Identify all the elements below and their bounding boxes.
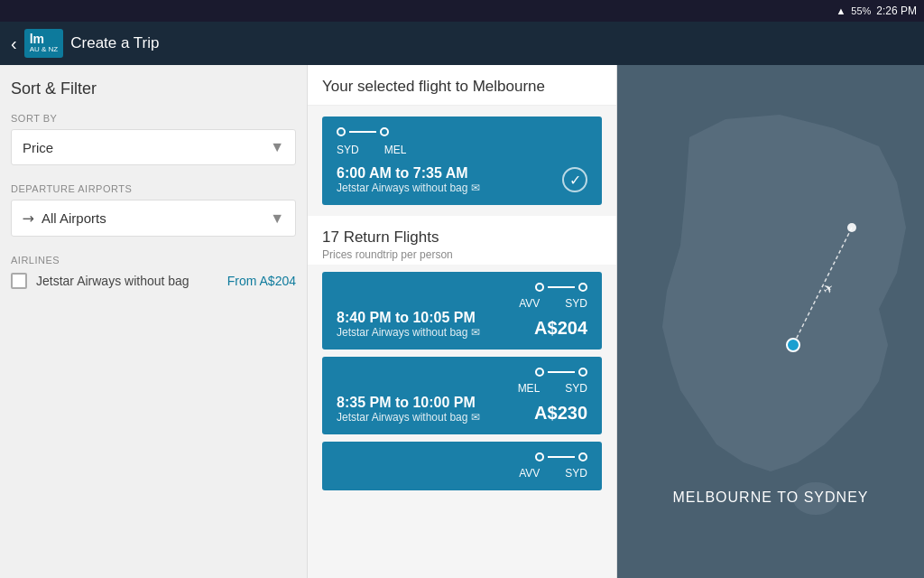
wifi-icon: ▲ bbox=[836, 5, 845, 16]
airports-value: All Airports bbox=[42, 210, 106, 226]
svg-point-3 bbox=[787, 339, 799, 351]
sort-by-value: Price bbox=[23, 140, 53, 155]
dropdown-left: ↗ All Airports bbox=[23, 210, 106, 227]
sort-by-label: SORT BY bbox=[11, 113, 296, 124]
route-codes-3: AVV SYD bbox=[337, 467, 587, 480]
flight-card-2[interactable]: MEL SYD 8:35 PM to 10:00 PM Jetstar Airw… bbox=[322, 357, 602, 434]
to-code-2: SYD bbox=[565, 382, 587, 395]
map-to-preposition: TO bbox=[777, 489, 803, 505]
route-dot-left-1 bbox=[535, 283, 544, 292]
sort-by-chevron-icon: ▼ bbox=[270, 139, 284, 155]
flight-price-1: A$204 bbox=[534, 318, 587, 339]
flight-card-3[interactable]: AVV SYD bbox=[322, 442, 602, 490]
main-layout: Sort & Filter SORT BY Price ▼ DEPARTURE … bbox=[0, 65, 924, 578]
app-logo: lm AU & NZ bbox=[24, 29, 64, 58]
route-line bbox=[349, 131, 376, 133]
map-from-city: MELBOURNE bbox=[673, 489, 772, 505]
selected-flight-title: Your selected flight to Melbourne bbox=[322, 78, 602, 96]
route-codes-2: MEL SYD bbox=[337, 382, 587, 395]
battery-icon: 55% bbox=[851, 5, 871, 16]
from-code-1: AVV bbox=[519, 297, 540, 310]
flight-airline-2: Jetstar Airways without bag ✉ bbox=[337, 411, 480, 424]
airports-chevron-icon: ▼ bbox=[270, 210, 284, 227]
back-button[interactable]: ‹ bbox=[11, 33, 17, 54]
sidebar: Sort & Filter SORT BY Price ▼ DEPARTURE … bbox=[0, 65, 307, 578]
flight-time-1: 8:40 PM to 10:05 PM bbox=[337, 310, 480, 326]
route-dots-3 bbox=[535, 452, 587, 461]
selected-check-icon: ✓ bbox=[562, 167, 587, 192]
airline-name: Jetstar Airways without bag bbox=[36, 274, 218, 288]
sidebar-title: Sort & Filter bbox=[11, 79, 296, 98]
flight-info: 6:00 AM to 7:35 AM Jetstar Airways witho… bbox=[337, 165, 480, 194]
route-dot-right-1 bbox=[578, 283, 587, 292]
route-codes-1: AVV SYD bbox=[337, 297, 587, 310]
card-top-2 bbox=[337, 368, 587, 377]
baggage-icon-1: ✉ bbox=[471, 326, 480, 339]
svg-point-4 bbox=[847, 223, 856, 232]
flight-time-row: 6:00 AM to 7:35 AM Jetstar Airways witho… bbox=[337, 165, 587, 194]
card-top-1 bbox=[337, 283, 587, 292]
airport-icon: ↗ bbox=[18, 208, 39, 228]
return-flights-title: 17 Return Flights bbox=[322, 228, 602, 247]
sort-by-dropdown[interactable]: Price ▼ bbox=[11, 129, 296, 165]
return-flights-header: 17 Return Flights Prices roundtrip per p… bbox=[308, 216, 616, 265]
map-to-city: SYDNEY bbox=[804, 489, 869, 505]
map-panel: ✈ MELBOURNE TO SYDNEY bbox=[617, 65, 924, 578]
status-bar: ▲ 55% 2:26 PM bbox=[0, 0, 924, 22]
route-dots-1 bbox=[535, 283, 587, 292]
route-line-2 bbox=[548, 371, 575, 373]
return-flights-subtitle: Prices roundtrip per person bbox=[322, 248, 602, 261]
route-dot-right-3 bbox=[578, 452, 587, 461]
to-code: MEL bbox=[384, 144, 407, 156]
route-dot-right-2 bbox=[578, 368, 587, 377]
airlines-section: AIRLINES Jetstar Airways without bag Fro… bbox=[11, 255, 296, 289]
from-code-3: AVV bbox=[519, 467, 540, 480]
airline-item: Jetstar Airways without bag From A$204 bbox=[11, 273, 296, 289]
route-line-1 bbox=[548, 286, 575, 288]
from-code-2: MEL bbox=[518, 382, 541, 395]
selected-flight-card[interactable]: SYD MEL 6:00 AM to 7:35 AM Jetstar Airwa… bbox=[322, 117, 602, 205]
page-title: Create a Trip bbox=[70, 34, 159, 52]
baggage-icon: ✉ bbox=[471, 182, 480, 194]
route-row bbox=[337, 127, 587, 136]
to-code-1: SYD bbox=[565, 297, 587, 310]
app-header: ‹ lm AU & NZ Create a Trip bbox=[0, 22, 924, 65]
route-dot-right bbox=[380, 127, 389, 136]
airlines-label: AIRLINES bbox=[11, 255, 296, 266]
sort-by-section: SORT BY Price ▼ bbox=[11, 113, 296, 165]
card-bottom-2: 8:35 PM to 10:00 PM Jetstar Airways with… bbox=[337, 395, 587, 424]
route-line-3 bbox=[548, 456, 575, 458]
airline-checkbox[interactable] bbox=[11, 273, 27, 289]
route-dot-left-3 bbox=[535, 452, 544, 461]
departure-airports-dropdown[interactable]: ↗ All Airports ▼ bbox=[11, 200, 296, 237]
route-dot-left bbox=[337, 127, 346, 136]
selected-flight-header: Your selected flight to Melbourne bbox=[308, 65, 616, 106]
airline-price: From A$204 bbox=[227, 274, 296, 288]
route-dots bbox=[337, 127, 389, 136]
to-code-3: SYD bbox=[565, 467, 587, 480]
map-route-text: MELBOURNE TO SYDNEY bbox=[673, 489, 869, 506]
card-top-3 bbox=[337, 452, 587, 461]
route-codes: SYD MEL bbox=[337, 144, 587, 156]
flight-price-2: A$230 bbox=[534, 403, 587, 424]
flight-airline-1: Jetstar Airways without bag ✉ bbox=[337, 326, 480, 339]
departure-airports-label: DEPARTURE AIRPORTS bbox=[11, 183, 296, 194]
baggage-icon-2: ✉ bbox=[471, 411, 480, 424]
status-time: 2:26 PM bbox=[876, 5, 917, 17]
from-code: SYD bbox=[337, 144, 359, 156]
flight-time: 6:00 AM to 7:35 AM bbox=[337, 165, 480, 182]
flight-card-1[interactable]: AVV SYD 8:40 PM to 10:05 PM Jetstar Airw… bbox=[322, 272, 602, 350]
departure-airports-section: DEPARTURE AIRPORTS ↗ All Airports ▼ bbox=[11, 183, 296, 237]
flight-time-2: 8:35 PM to 10:00 PM bbox=[337, 395, 480, 411]
center-panel: Your selected flight to Melbourne SYD ME… bbox=[307, 65, 617, 578]
flight-info-1: 8:40 PM to 10:05 PM Jetstar Airways with… bbox=[337, 310, 480, 339]
map-route-label: MELBOURNE TO SYDNEY bbox=[673, 489, 869, 506]
flight-airline: Jetstar Airways without bag ✉ bbox=[337, 182, 480, 194]
route-dots-2 bbox=[535, 368, 587, 377]
card-bottom-1: 8:40 PM to 10:05 PM Jetstar Airways with… bbox=[337, 310, 587, 339]
flight-info-2: 8:35 PM to 10:00 PM Jetstar Airways with… bbox=[337, 395, 480, 424]
route-dot-left-2 bbox=[535, 368, 544, 377]
